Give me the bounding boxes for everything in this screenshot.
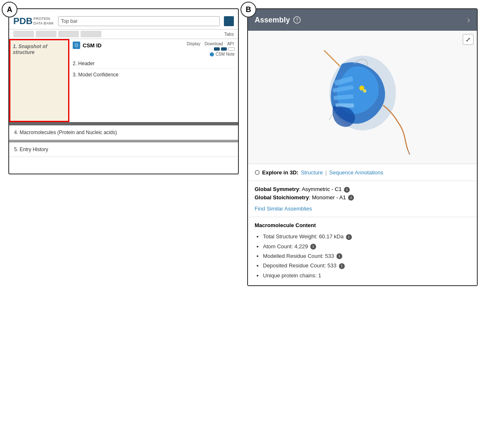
csm-row: ⬡ CSM ID Display Download API	[73, 42, 235, 56]
csm-note-label: CSM Note	[216, 52, 235, 56]
model-confidence-row: 3. Model Confidence	[73, 70, 235, 79]
assembly-info-icon[interactable]: ?	[293, 16, 301, 24]
symmetry-row: Global Symmetry: Asymmetric - C1 i	[255, 186, 470, 193]
list-item: Deposited Residue Count: 533 i	[263, 261, 470, 270]
main-content-area: 1. Snapshot of structure ⬡ CSM ID Displa…	[9, 39, 238, 122]
api-button[interactable]	[228, 47, 235, 51]
right-content: ⬡ CSM ID Display Download API	[69, 39, 238, 122]
cube-icon: ⬡	[255, 169, 260, 176]
list-item: Unique protein chains: 1	[263, 271, 470, 280]
action-buttons: Display Download API CSM Note	[187, 42, 235, 56]
pdb-subtext: PROTEINDATA BANK	[33, 17, 54, 26]
csm-id-text: CSM ID	[83, 42, 102, 49]
protein-structure-image	[300, 39, 425, 155]
stoichiometry-info-icon[interactable]: i	[348, 195, 354, 201]
atom-info-icon[interactable]: i	[310, 244, 316, 250]
symmetry-info-icon[interactable]: i	[344, 187, 350, 193]
list-item: Total Structure Weight: 60.17 kDa i	[263, 232, 470, 241]
csm-note-icon	[210, 52, 214, 56]
stoichiometry-label: Global Stoichiometry	[255, 194, 309, 201]
assembly-title-group: Assembly ?	[255, 16, 301, 24]
assembly-title: Assembly	[255, 16, 290, 24]
sequence-annotations-link[interactable]: Sequence Annotations	[329, 169, 383, 176]
bottom-spacer	[9, 157, 238, 174]
entry-history-label: 5. Entry History	[14, 147, 48, 152]
weight-info-icon[interactable]: i	[346, 234, 352, 240]
tabs-label: Tabs	[224, 32, 234, 37]
tab-4[interactable]	[81, 31, 101, 37]
explore-label: Explore in 3D:	[262, 169, 298, 176]
csm-note-row: CSM Note	[210, 52, 235, 56]
protein-viewer: ⤢	[248, 31, 477, 164]
stoichiometry-row: Global Stoichiometry: Monomer - A1 i	[255, 194, 470, 201]
btn-labels: Display Download API	[187, 42, 235, 46]
search-button[interactable]	[224, 16, 234, 26]
model-confidence-label: 3. Model Confidence	[73, 72, 118, 78]
panel-b-label: B	[241, 2, 256, 17]
download-button[interactable]	[221, 47, 227, 51]
macromolecules-section: 4. Macromolecules (Protein and Nucleic a…	[9, 125, 238, 140]
structure-link[interactable]: Structure	[301, 169, 323, 176]
panel-b: B Assembly ? › ⤢	[247, 8, 478, 286]
entry-history-section: 5. Entry History	[9, 142, 238, 157]
panel-a: A PDB PROTEINDATA BANK Tabs 1. Snapshot …	[8, 8, 239, 174]
pdb-logo: PDB PROTEINDATA BANK	[13, 16, 54, 27]
explore-3d-section: ⬡ Explore in 3D: Structure | Sequence An…	[248, 164, 477, 181]
tab-2[interactable]	[36, 31, 56, 37]
header-row: 2. Header	[73, 59, 235, 69]
deposited-info-icon[interactable]: i	[339, 263, 345, 269]
find-similar-link[interactable]: Find Similar Assemblies	[255, 206, 312, 212]
expand-button[interactable]: ⤢	[463, 34, 474, 45]
symmetry-section: Global Symmetry: Asymmetric - C1 i Globa…	[248, 181, 477, 217]
macromolecule-list: Total Structure Weight: 60.17 kDa i Atom…	[255, 232, 470, 280]
symmetry-value: Asymmetric - C1	[302, 186, 341, 192]
pdb-logo-text: PDB	[13, 16, 32, 27]
tab-3[interactable]	[58, 31, 79, 37]
button-row	[214, 47, 235, 51]
api-label: API	[227, 42, 234, 46]
pdb-header: PDB PROTEINDATA BANK	[9, 13, 238, 29]
symmetry-label: Global Symmetry	[255, 186, 299, 192]
explore-row: ⬡ Explore in 3D: Structure | Sequence An…	[255, 169, 470, 176]
snapshot-panel: 1. Snapshot of structure	[9, 39, 69, 122]
assembly-header: Assembly ? ›	[248, 9, 477, 31]
display-button[interactable]	[214, 47, 220, 51]
macromolecule-section: Macromolecule Content Total Structure We…	[248, 217, 477, 285]
macromolecule-title: Macromolecule Content	[255, 222, 470, 228]
csm-icon: ⬡	[73, 42, 80, 49]
tab-1[interactable]	[13, 31, 34, 37]
csm-id-block: ⬡ CSM ID	[73, 42, 102, 49]
snapshot-label: 1. Snapshot of structure	[13, 44, 66, 55]
download-label: Download	[204, 42, 223, 46]
header-label: 2. Header	[73, 61, 95, 66]
search-input[interactable]	[58, 16, 220, 26]
list-item: Modelled Residue Count: 533 i	[263, 251, 470, 261]
stoichiometry-value: Monomer - A1	[312, 194, 346, 201]
next-chevron-icon[interactable]: ›	[467, 14, 470, 26]
svg-point-6	[363, 89, 366, 93]
tabs-bar: Tabs	[9, 29, 238, 39]
modelled-info-icon[interactable]: i	[336, 253, 342, 259]
separator-1	[9, 122, 238, 125]
list-item: Atom Count: 4,229 i	[263, 242, 470, 251]
display-label: Display	[187, 42, 201, 46]
expand-icon: ⤢	[466, 36, 471, 43]
macromolecules-label: 4. Macromolecules (Protein and Nucleic a…	[14, 130, 117, 135]
panel-a-label: A	[2, 2, 17, 17]
